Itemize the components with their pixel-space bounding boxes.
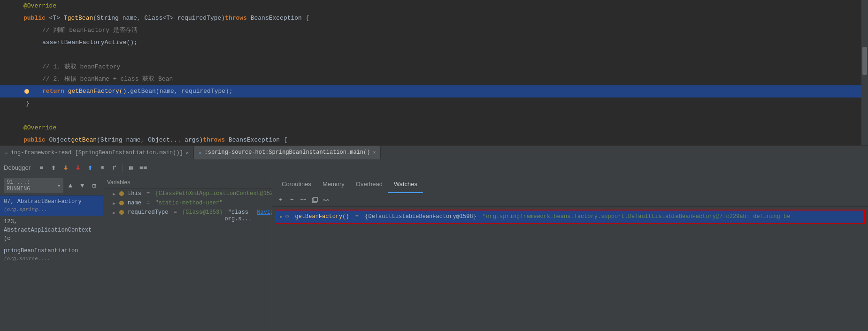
method-getbean: getBean	[68, 12, 93, 24]
method-getbean2: getBean	[71, 134, 97, 145]
code-text: (String name, Class<T> requiredType)	[93, 12, 225, 24]
keyword-return: return	[42, 85, 64, 98]
right-panel: Coroutines Memory Overhead Watches + − −…	[272, 176, 868, 331]
var-value-name: "static-method-user"	[155, 200, 223, 206]
code-line-10	[0, 110, 868, 122]
tab-icon-1: ☕	[5, 150, 8, 156]
tab-close-2[interactable]: ✕	[373, 150, 376, 155]
debugger-label: Debugger	[4, 164, 31, 171]
watch-item-1[interactable]: ▶ ∞ getBeanFactory() = {DefaultListableB…	[275, 210, 865, 224]
code-text: assertBeanFactoryActive();	[42, 37, 138, 49]
code-annotation: @Override	[23, 122, 56, 134]
frames-filter-btn[interactable]: ⊞	[89, 181, 99, 191]
var-item-requiredtype[interactable]: ▶ requiredType = {Class@1353} "class org…	[103, 208, 272, 224]
frame-item-3[interactable]: pringBeanInstantiation (org.source....	[0, 245, 103, 265]
watch-remove-all-btn[interactable]: −−	[299, 195, 308, 204]
scrollbar-thumb[interactable]	[862, 47, 867, 75]
code-line-3: // 判断 beanFactory 是否存活	[0, 24, 868, 37]
watch-class-val: {DefaultListableBeanFactory@1598}	[365, 213, 476, 220]
frame-item-title-2: 123, AbstractApplicationContext (c	[4, 218, 99, 243]
toolbar-btn-up[interactable]	[48, 163, 59, 173]
var-equals-rt: =	[170, 209, 180, 216]
watch-tabs: Coroutines Memory Overhead Watches	[272, 176, 868, 193]
watch-add-btn[interactable]: +	[276, 195, 285, 204]
frames-panel: 91 ...: RUNNING ▾ ▲ ▼ ⊞ 07, AbstractBean…	[0, 176, 103, 331]
var-equals-this: =	[143, 190, 154, 197]
tab-1[interactable]: ☕ ing-framework-read [SpringBeanInstanti…	[0, 146, 194, 160]
code-line-9: }	[0, 98, 868, 110]
code-line-2: public <T> T getBean (String name, Class…	[0, 12, 868, 24]
frame-item-1[interactable]: 07, AbstractBeanFactory (org.spring...	[0, 196, 103, 216]
var-item-this[interactable]: ▶ this = {ClassPathXmlApplicationContext…	[103, 189, 272, 198]
code-text: BeansException {	[247, 12, 309, 24]
watch-expand-1[interactable]: ▶	[280, 214, 283, 219]
watch-string-val: "org.springframework.beans.factory.suppo…	[479, 213, 791, 220]
var-value-this: {ClassPathXmlApplicationContext@1525}	[155, 190, 280, 197]
tab-memory[interactable]: Memory	[317, 176, 350, 193]
tab-label-1: ing-framework-read [SpringBeanInstantiat…	[11, 150, 183, 156]
code-text: <T> T	[46, 12, 68, 24]
tab-2[interactable]: ☕ :spring-source-hot:SpringBeanInstantia…	[194, 146, 381, 160]
tab-close-1[interactable]: ✕	[186, 150, 189, 156]
toolbar-btn-grid[interactable]: ▦	[126, 163, 136, 173]
code-line-6: // 1. 获取 beanFactory	[0, 61, 868, 73]
watch-method-name: getBeanFactory()	[292, 213, 349, 220]
code-comment: // 判断 beanFactory 是否存活	[42, 24, 138, 37]
code-text: }	[26, 98, 30, 110]
code-line-11: @Override	[0, 122, 868, 134]
var-icon-rt	[119, 210, 124, 215]
toolbar-btn-toggle[interactable]: ↱	[109, 163, 120, 173]
code-text: .getBean(name, requiredType);	[126, 85, 232, 98]
code-editor: @Override public <T> T getBean (String n…	[0, 0, 868, 145]
debug-panel: 91 ...: RUNNING ▾ ▲ ▼ ⊞ 07, AbstractBean…	[0, 176, 868, 331]
toolbar-btn-down[interactable]	[61, 163, 71, 173]
var-item-name[interactable]: ▶ name = "static-method-user"	[103, 198, 272, 208]
frames-dropdown[interactable]: 91 ...: RUNNING ▾	[4, 178, 63, 193]
toolbar-btn-step-over[interactable]	[73, 163, 83, 173]
var-extra-rt: "class org.s...	[224, 209, 255, 222]
keyword-throws: throws	[225, 12, 247, 24]
watch-remove-btn[interactable]: −	[287, 195, 297, 204]
tab-label-2: :spring-source-hot:SpringBeanInstantiati…	[205, 149, 370, 156]
code-line-12: public Object getBean (String name, Obje…	[0, 134, 868, 145]
keyword-public: public	[23, 134, 46, 145]
var-icon-name	[119, 201, 124, 205]
code-line-1: @Override	[0, 0, 868, 12]
watch-toolbar: + − −− ∞∞	[272, 193, 868, 207]
tab-bar: ☕ ing-framework-read [SpringBeanInstanti…	[0, 145, 868, 159]
frames-header: 91 ...: RUNNING ▾ ▲ ▼ ⊞	[0, 176, 103, 196]
code-line-8: return getBeanFactory() .getBean(name, r…	[0, 85, 868, 98]
watch-copy-btn[interactable]	[310, 195, 319, 204]
var-icon-this	[119, 191, 124, 196]
code-comment: // 1. 获取 beanFactory	[42, 61, 120, 73]
toolbar-btn-resume[interactable]: ⊕	[97, 163, 108, 173]
toolbar-btn-menu[interactable]: ≡	[36, 163, 46, 173]
toolbar-btn-list[interactable]: ≡≡	[138, 163, 148, 173]
code-text: Object	[46, 134, 71, 145]
keyword-public: public	[23, 12, 46, 24]
frames-status-text: 91 ...: RUNNING	[7, 179, 55, 192]
tab-icon-2: ☕	[199, 149, 202, 155]
var-name-this: this	[128, 190, 141, 197]
watch-infinity-btn[interactable]: ∞∞	[321, 195, 330, 204]
var-value-rt: {Class@1353}	[182, 209, 223, 216]
frames-down-btn[interactable]: ▼	[77, 181, 87, 191]
frames-up-btn[interactable]: ▲	[65, 181, 75, 191]
code-line-5	[0, 49, 868, 61]
code-text: BeansException {	[225, 134, 287, 145]
var-expand-this[interactable]: ▶	[113, 191, 115, 197]
watch-content: ▶ ∞ getBeanFactory() = {DefaultListableB…	[272, 207, 868, 331]
tab-watches[interactable]: Watches	[388, 176, 423, 193]
toolbar-btn-step-up2[interactable]	[85, 163, 95, 173]
svg-rect-1	[313, 197, 317, 202]
code-comment: // 2. 根据 beanName + class 获取 Bean	[42, 73, 173, 85]
var-expand-rt[interactable]: ▶	[113, 210, 115, 216]
editor-scrollbar[interactable]	[861, 0, 868, 145]
var-equals-name: =	[143, 200, 154, 206]
tab-coroutines[interactable]: Coroutines	[276, 176, 317, 193]
var-expand-name[interactable]: ▶	[113, 201, 115, 206]
tab-overhead[interactable]: Overhead	[350, 176, 388, 193]
frames-list: 07, AbstractBeanFactory (org.spring... 1…	[0, 196, 103, 331]
frame-item-2[interactable]: 123, AbstractApplicationContext (c	[0, 216, 103, 245]
variables-panel: Variables ▶ this = {ClassPathXmlApplicat…	[103, 176, 272, 331]
